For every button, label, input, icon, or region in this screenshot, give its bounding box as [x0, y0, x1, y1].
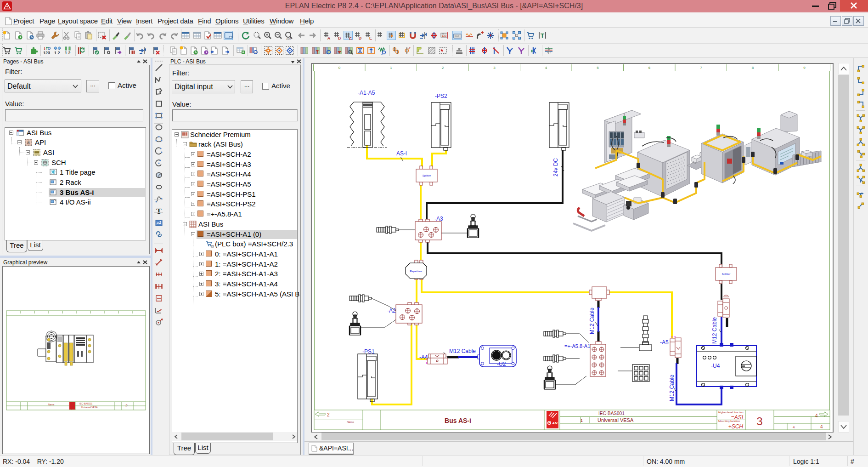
svg-text:-U4: -U4 [711, 363, 720, 369]
svg-text:&: & [27, 140, 30, 145]
svg-text:123: 123 [442, 34, 447, 37]
svg-text:IEC-BAS001: IEC-BAS001 [79, 402, 93, 405]
svg-text:0: 0 [338, 66, 341, 70]
svg-text:3: 3 [493, 66, 496, 70]
svg-text:1 2: 1 2 [54, 51, 60, 55]
svg-text:+SCH: +SCH [728, 423, 744, 430]
svg-text:-PS2: -PS2 [435, 93, 447, 99]
svg-text:-A5: -A5 [660, 339, 669, 346]
svg-text:IEC-BAS001: IEC-BAS001 [598, 411, 625, 416]
svg-text:1 2: 1 2 [65, 51, 71, 55]
svg-text:Higher-level function: Higher-level function [718, 411, 744, 414]
svg-text:Splitter: Splitter [423, 174, 431, 177]
svg-text:4: 4 [545, 66, 547, 70]
svg-text:Universal VESA: Universal VESA [597, 417, 634, 423]
svg-text:3: 3 [756, 415, 762, 427]
svg-text:A: A [327, 36, 331, 40]
svg-text:M12 Cable: M12 Cable [669, 375, 675, 401]
svg-text:2: 2 [442, 66, 444, 70]
svg-text:6: 6 [648, 66, 651, 70]
svg-text:Splitter: Splitter [722, 273, 731, 275]
svg-text:Repetiteur: Repetiteur [410, 270, 423, 273]
svg-text:4: 4 [815, 413, 818, 418]
svg-text:-A2: -A2 [387, 308, 396, 314]
svg-text:-A1-A5: -A1-A5 [358, 90, 375, 96]
svg-text:1: 1 [390, 66, 392, 70]
svg-text:2: 2 [327, 412, 330, 417]
svg-text:M12 Cable: M12 Cable [589, 308, 595, 334]
svg-text:Universal VESA: Universal VESA [81, 406, 98, 409]
svg-text:Bus AS-i: Bus AS-i [445, 417, 471, 424]
svg-text:Name: Name [347, 421, 355, 423]
svg-text:4: 4 [820, 424, 823, 429]
svg-text:1: 1 [581, 418, 583, 423]
svg-text:T: T [541, 32, 544, 39]
svg-text:100: 100 [286, 37, 291, 40]
svg-text:T: T [156, 207, 162, 216]
svg-text:8: 8 [752, 66, 754, 70]
svg-text:-U2: -U2 [497, 361, 506, 367]
svg-text:123: 123 [43, 51, 50, 55]
svg-text:4: 4 [793, 425, 795, 429]
svg-text:-A4: -A4 [419, 354, 428, 360]
svg-text:AS-i: AS-i [396, 150, 407, 157]
svg-text:M12 Cable: M12 Cable [711, 317, 718, 344]
svg-text:=+-A5.8-A1: =+-A5.8-A1 [564, 343, 590, 349]
svg-text:-PS1: -PS1 [362, 348, 375, 355]
svg-text:-A3: -A3 [434, 216, 443, 222]
svg-text:2: 2 [125, 404, 128, 408]
svg-text:M12 Cable: M12 Cable [449, 348, 476, 354]
svg-text:9: 9 [803, 66, 806, 70]
svg-text:Mounting location: Mounting location [718, 420, 740, 422]
svg-text:Name: Name [48, 403, 55, 406]
svg-text:24v DC: 24v DC [552, 158, 559, 177]
svg-text:B: B [338, 36, 341, 40]
svg-text:E: E [369, 36, 372, 40]
svg-text:5: 5 [597, 66, 599, 70]
svg-text:D: D [359, 36, 362, 40]
svg-text:7: 7 [700, 66, 702, 70]
svg-text:C: C [349, 36, 352, 40]
